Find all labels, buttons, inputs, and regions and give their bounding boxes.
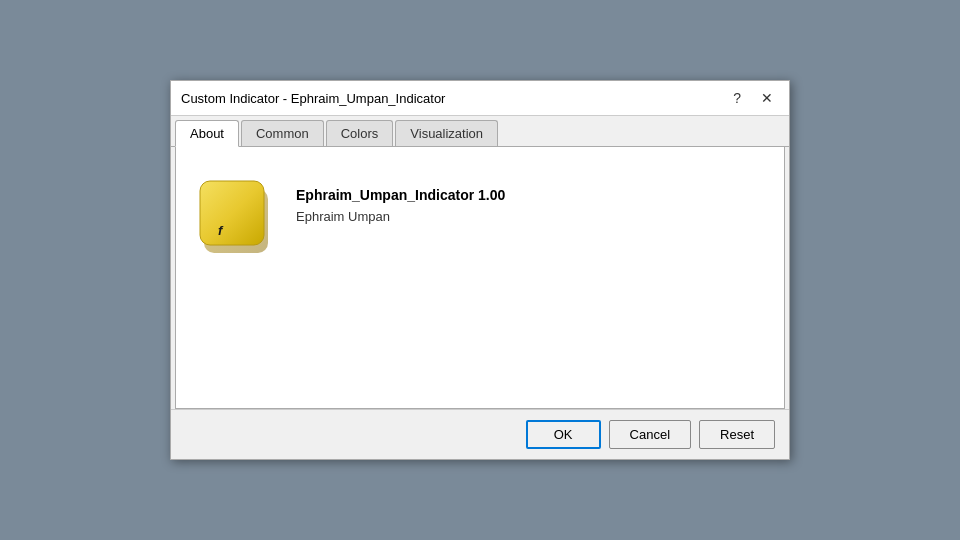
tabs-bar: About Common Colors Visualization	[171, 116, 789, 147]
window-title: Custom Indicator - Ephraim_Umpan_Indicat…	[181, 91, 445, 106]
reset-button[interactable]: Reset	[699, 420, 775, 449]
indicator-name: Ephraim_Umpan_Indicator 1.00	[296, 187, 505, 203]
title-bar-left: Custom Indicator - Ephraim_Umpan_Indicat…	[181, 91, 445, 106]
tab-colors[interactable]: Colors	[326, 120, 394, 146]
indicator-icon: f	[196, 177, 276, 257]
title-bar: Custom Indicator - Ephraim_Umpan_Indicat…	[171, 81, 789, 116]
ok-button[interactable]: OK	[526, 420, 601, 449]
svg-rect-1	[200, 181, 264, 245]
title-bar-buttons: ? ✕	[727, 89, 779, 107]
tab-about[interactable]: About	[175, 120, 239, 147]
about-content: f Ephraim_Umpan_Indicator 1.00 Ephraim U…	[196, 167, 764, 267]
indicator-info: Ephraim_Umpan_Indicator 1.00 Ephraim Ump…	[296, 177, 505, 224]
tab-common[interactable]: Common	[241, 120, 324, 146]
cancel-button[interactable]: Cancel	[609, 420, 691, 449]
dialog-window: Custom Indicator - Ephraim_Umpan_Indicat…	[170, 80, 790, 460]
tab-visualization[interactable]: Visualization	[395, 120, 498, 146]
close-button[interactable]: ✕	[755, 89, 779, 107]
help-button[interactable]: ?	[727, 89, 747, 107]
content-area: f Ephraim_Umpan_Indicator 1.00 Ephraim U…	[175, 147, 785, 409]
indicator-author: Ephraim Umpan	[296, 209, 505, 224]
bottom-bar: OK Cancel Reset	[171, 409, 789, 459]
